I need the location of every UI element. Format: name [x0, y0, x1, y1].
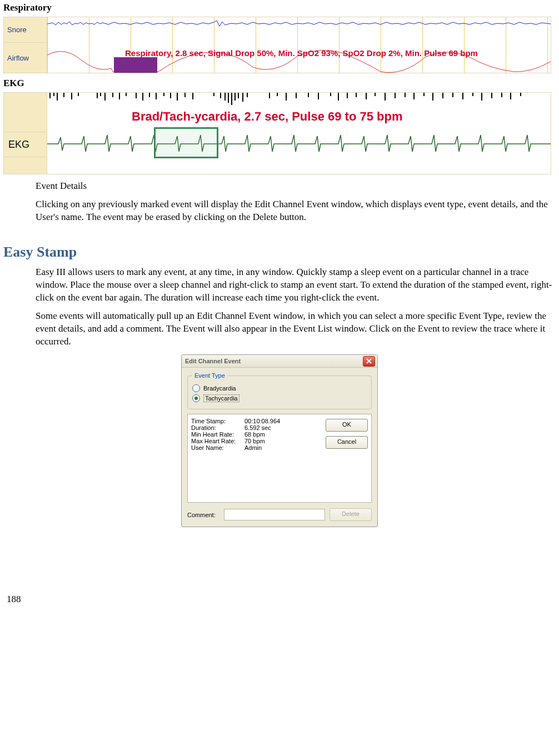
respiratory-trace-area: Respiratory, 2.8 sec, Signal Drop 50%, M… — [47, 17, 551, 73]
event-details-heading: Event Details — [36, 180, 553, 193]
channel-label-snore: Snore — [4, 17, 47, 43]
easy-stamp-paragraph-2: Some events will automatically pull up a… — [36, 310, 553, 348]
ekg-event-selection[interactable] — [154, 127, 218, 158]
radio-tachycardia[interactable] — [192, 394, 200, 402]
dialog-title: Edit Channel Event — [185, 358, 241, 364]
user-name-label: User Name: — [191, 444, 244, 451]
respiratory-overlay-text: Respiratory, 2.8 sec, Signal Drop 50%, M… — [125, 48, 478, 58]
event-details-paragraph: Clicking on any previously marked event … — [36, 198, 553, 224]
heading-ekg: EKG — [3, 78, 556, 89]
page-number: 188 — [7, 594, 556, 605]
time-stamp-value: 00:10:08.964 — [244, 418, 280, 424]
radio-bradycardia[interactable] — [192, 384, 200, 392]
ekg-overlay-text: Brad/Tach-ycardia, 2.7 sec, Pulse 69 to … — [132, 109, 402, 124]
radio-tachycardia-label: Tachycardia — [203, 394, 239, 402]
details-text: Time Stamp:00:10:08.964 Duration:6.592 s… — [191, 418, 280, 499]
respiratory-label-column: Snore Airflow — [4, 17, 47, 73]
event-type-legend: Event Type — [192, 372, 227, 379]
min-hr-label: Min Heart Rate: — [191, 431, 244, 438]
event-type-group: Event Type Bradycardia Tachycardia — [187, 372, 372, 409]
radio-bradycardia-label: Bradycardia — [203, 385, 236, 392]
figure-respiratory: Snore Airflow Respiratory, 2.8 sec, Sign… — [3, 17, 551, 73]
user-name-value: Admin — [244, 444, 262, 451]
close-icon — [366, 358, 372, 364]
figure-ekg: EKG Brad/Tach-ycardia, 2.7 — [3, 92, 551, 174]
delete-button[interactable]: Delete — [330, 508, 372, 521]
ekg-top-ticks — [47, 93, 551, 108]
comment-label: Comment: — [187, 512, 219, 518]
channel-label-airflow: Airflow — [4, 43, 47, 73]
ekg-trace — [47, 127, 551, 161]
section-title-easy-stamp: Easy Stamp — [3, 244, 556, 261]
min-hr-value: 68 bpm — [244, 431, 265, 438]
channel-label-ekg: EKG — [4, 132, 47, 157]
ok-button[interactable]: OK — [326, 419, 368, 432]
details-panel: Time Stamp:00:10:08.964 Duration:6.592 s… — [187, 414, 372, 503]
radio-tachycardia-row[interactable]: Tachycardia — [192, 394, 367, 402]
comment-input[interactable] — [224, 509, 325, 520]
heading-respiratory: Respiratory — [3, 2, 556, 13]
radio-bradycardia-row[interactable]: Bradycardia — [192, 384, 367, 392]
duration-value: 6.592 sec — [244, 424, 271, 431]
max-hr-value: 70 bpm — [244, 438, 265, 444]
cancel-button[interactable]: Cancel — [326, 436, 368, 449]
respiratory-event-marker[interactable] — [114, 57, 157, 73]
time-stamp-label: Time Stamp: — [191, 418, 244, 424]
close-button[interactable] — [363, 356, 375, 367]
edit-channel-event-dialog: Edit Channel Event Event Type Bradycardi… — [181, 354, 378, 527]
max-hr-label: Max Heart Rate: — [191, 438, 244, 444]
easy-stamp-paragraph-1: Easy III allows users to mark any event,… — [36, 266, 553, 304]
ekg-label-column: EKG — [4, 93, 47, 174]
duration-label: Duration: — [191, 424, 244, 431]
dialog-titlebar[interactable]: Edit Channel Event — [182, 355, 377, 368]
